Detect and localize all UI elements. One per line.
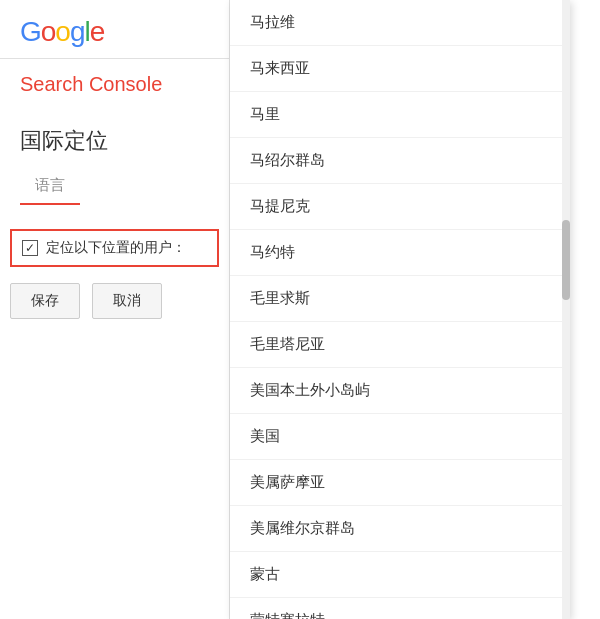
search-console-title: Search Console — [0, 73, 229, 116]
list-item[interactable]: 马绍尔群岛 — [230, 138, 570, 184]
scrollbar-thumb[interactable] — [562, 220, 570, 300]
checkbox-area: 定位以下位置的用户： — [10, 229, 219, 267]
page-title: 国际定位 — [0, 116, 229, 176]
left-panel: Google Search Console 国际定位 语言 定位以下位置的用户：… — [0, 0, 230, 619]
list-item[interactable]: 马里 — [230, 92, 570, 138]
logo-text: Google — [20, 16, 104, 48]
list-item[interactable]: 毛里塔尼亚 — [230, 322, 570, 368]
list-item[interactable]: 美国 — [230, 414, 570, 460]
country-dropdown: 马拉维马来西亚马里马绍尔群岛马提尼克马约特毛里求斯毛里塔尼亚美国本土外小岛屿美国… — [230, 0, 570, 619]
list-item[interactable]: 马约特 — [230, 230, 570, 276]
divider — [0, 58, 229, 59]
target-users-checkbox[interactable] — [22, 240, 38, 256]
cancel-button[interactable]: 取消 — [92, 283, 162, 319]
country-list: 马拉维马来西亚马里马绍尔群岛马提尼克马约特毛里求斯毛里塔尼亚美国本土外小岛屿美国… — [230, 0, 570, 619]
google-logo: Google — [0, 0, 229, 58]
list-item[interactable]: 马来西亚 — [230, 46, 570, 92]
list-item[interactable]: 马提尼克 — [230, 184, 570, 230]
list-item[interactable]: 蒙特塞拉特 — [230, 598, 570, 619]
language-tab[interactable]: 语言 — [20, 176, 80, 205]
list-item[interactable]: 美属维尔京群岛 — [230, 506, 570, 552]
list-item[interactable]: 马拉维 — [230, 0, 570, 46]
list-item[interactable]: 美国本土外小岛屿 — [230, 368, 570, 414]
button-row: 保存 取消 — [0, 283, 229, 319]
list-item[interactable]: 美属萨摩亚 — [230, 460, 570, 506]
save-button[interactable]: 保存 — [10, 283, 80, 319]
list-item[interactable]: 毛里求斯 — [230, 276, 570, 322]
checkbox-label: 定位以下位置的用户： — [46, 239, 186, 257]
list-item[interactable]: 蒙古 — [230, 552, 570, 598]
scrollbar[interactable] — [562, 0, 570, 619]
